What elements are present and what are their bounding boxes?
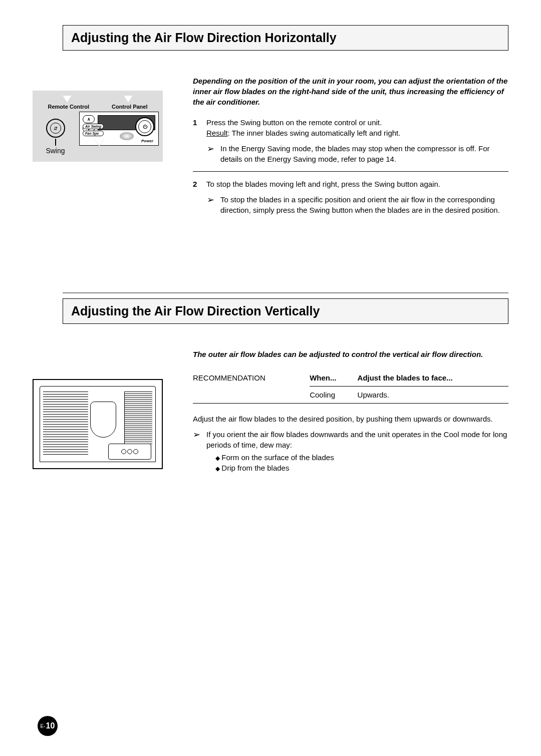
step-result: Result: The inner blades swing automatic…	[206, 128, 508, 138]
step-number: 2	[193, 179, 200, 189]
table-header-adjust: Adjust the blades to face...	[358, 369, 508, 387]
section1-text: Depending on the position of the unit in…	[193, 76, 508, 222]
section1-illustration-column: Remote Control Control Panel ⇵ Swing ∧	[33, 76, 178, 222]
step-2: 2 To stop the blades moving left and rig…	[193, 179, 508, 189]
step-1-note: ➢ In the Energy Saving mode, the blades …	[207, 143, 508, 164]
pointer-icon	[95, 139, 104, 146]
step-number: 1	[193, 117, 200, 138]
note-arrow-icon: ➢	[193, 430, 200, 439]
result-text: : The inner blades swing automatically l…	[228, 129, 401, 137]
result-label: Result	[206, 129, 228, 137]
table-cell-when: Cooling	[310, 387, 357, 404]
section1-intro: Depending on the position of the unit in…	[193, 76, 508, 107]
section2-intro: The outer air flow blades can be adjuste…	[193, 349, 508, 359]
section2-title-box: Adjusting the Air Flow Direction Vertica…	[63, 298, 508, 324]
power-button-icon: ⏻	[135, 117, 154, 136]
page-prefix: E-	[41, 723, 46, 729]
remote-panel-illustration: Remote Control Control Panel ⇵ Swing ∧	[33, 91, 163, 162]
note-text: To stop the blades in a specific positio…	[220, 194, 508, 215]
section1-title-box: Adjusting the Air Flow Direction Horizon…	[63, 25, 508, 51]
pointer-icon	[124, 96, 133, 103]
section1-content: Remote Control Control Panel ⇵ Swing ∧	[33, 76, 508, 222]
section2-content: The outer air flow blades can be adjuste…	[33, 349, 508, 480]
recommendation-table: RECOMMENDATION When... Adjust the blades…	[193, 369, 508, 404]
remote-control-label: Remote Control	[48, 104, 89, 110]
bullet-item: Form on the surface of the blades	[215, 452, 508, 463]
step-1: 1 Press the Swing button on the remote c…	[193, 117, 508, 138]
step-text: Press the Swing button on the remote con…	[206, 117, 508, 128]
pointer-icon	[63, 96, 72, 103]
page-number-badge: E-10	[38, 716, 58, 736]
section1-title: Adjusting the Air Flow Direction Horizon…	[71, 31, 500, 45]
recommendation-label: RECOMMENDATION	[193, 369, 310, 404]
control-panel-label: Control Panel	[112, 104, 148, 110]
ac-vent-icon	[124, 392, 152, 444]
control-panel-diagram: ∧ ∨ Air Swing Fan Spe ⏻	[79, 112, 159, 146]
section2-text: The outer air flow blades can be adjuste…	[193, 349, 508, 480]
section2-note: ➢ If you orient the air flow blades down…	[193, 429, 508, 473]
air-swing-button: Air Swing	[83, 124, 104, 129]
section2-body-text: Adjust the air flow blades to the desire…	[193, 414, 508, 424]
ac-panel-icon	[108, 444, 151, 460]
table-cell-adjust: Upwards.	[358, 387, 508, 404]
section2-illustration-column	[33, 349, 178, 480]
step-text: To stop the blades moving left and right…	[206, 179, 508, 189]
note-text: In the Energy Saving mode, the blades ma…	[220, 143, 508, 164]
remote-control-diagram: ⇵ Swing	[37, 112, 74, 155]
swing-button-label: Swing	[37, 147, 74, 155]
note-arrow-icon: ➢	[207, 144, 214, 153]
hand-adjusting-icon	[90, 402, 116, 438]
power-label: Power	[141, 139, 153, 143]
step-2-note: ➢ To stop the blades in a specific posit…	[207, 194, 508, 215]
page-number: 10	[46, 721, 55, 730]
manual-page: Adjusting the Air Flow Direction Horizon…	[0, 0, 541, 756]
temp-up-icon: ∧	[83, 115, 95, 123]
ac-grille-icon	[43, 392, 88, 457]
ac-unit-illustration	[33, 379, 163, 469]
bullet-item: Drip from the blades	[215, 463, 508, 473]
indicator-icon	[120, 132, 134, 140]
divider	[193, 171, 508, 172]
table-header-when: When...	[310, 369, 357, 387]
section-divider	[63, 292, 508, 293]
fan-speed-button: Fan Spe	[83, 131, 104, 136]
note-text: If you orient the air flow blades downwa…	[206, 430, 507, 449]
note-arrow-icon: ➢	[207, 195, 214, 204]
bullet-list: Form on the surface of the blades Drip f…	[215, 452, 508, 473]
section2-title: Adjusting the Air Flow Direction Vertica…	[71, 304, 500, 318]
swing-button-icon: ⇵	[46, 119, 65, 138]
